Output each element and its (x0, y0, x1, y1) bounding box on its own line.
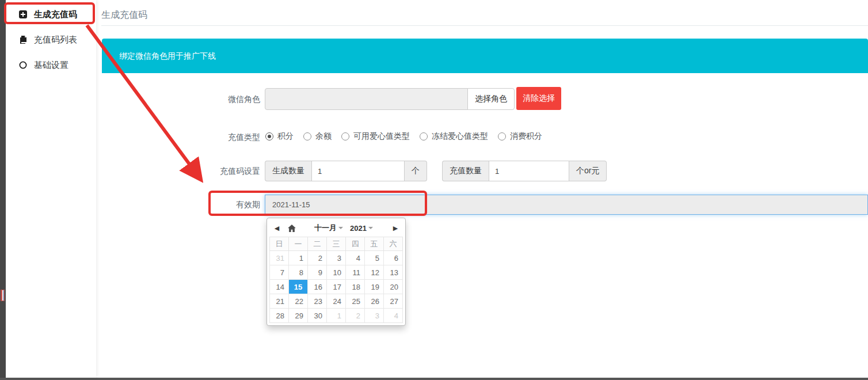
calendar-day[interactable]: 16 (308, 280, 327, 294)
sidebar: 生成充值码充值码列表基础设置 (6, 0, 96, 378)
calendar-day[interactable]: 22 (289, 294, 308, 309)
calendar-day[interactable]: 29 (289, 309, 308, 323)
calendar-day[interactable]: 30 (308, 309, 327, 323)
generate-quantity-group: 生成数量个 (265, 161, 427, 181)
radio-unselected-icon[interactable] (303, 132, 311, 140)
calendar-day[interactable]: 9 (308, 265, 327, 280)
calendar-day[interactable]: 24 (327, 294, 346, 309)
recharge-type-radio-group: 积分余额可用爱心值类型冻结爱心值类型消费积分 (265, 131, 542, 142)
radio-option-4[interactable]: 冻结爱心值类型 (420, 131, 488, 142)
calendar-day[interactable]: 21 (270, 294, 289, 309)
radio-selected-icon[interactable] (265, 132, 273, 140)
year-dropdown[interactable]: 2021 (350, 224, 373, 233)
home-icon[interactable] (284, 221, 299, 235)
chevron-down-icon (368, 227, 373, 229)
edge-handle[interactable] (1, 290, 5, 301)
wechat-role-input[interactable] (265, 88, 468, 110)
radio-option-5[interactable]: 消费积分 (498, 131, 542, 142)
calendar-day-selected[interactable]: 15 (289, 280, 308, 294)
calendar-day[interactable]: 28 (270, 309, 289, 323)
copy-icon (18, 35, 28, 44)
calendar-day[interactable]: 1 (289, 251, 308, 265)
calendar-day[interactable]: 7 (270, 265, 289, 280)
input-group-suffix: 个or元 (569, 161, 607, 181)
panel-header: 绑定微信角色用于推广下线 (102, 39, 868, 73)
radio-option-label: 余额 (315, 131, 332, 142)
calendar-day[interactable]: 26 (365, 294, 384, 309)
calendar-day[interactable]: 14 (270, 280, 289, 294)
generate-quantity-input[interactable] (311, 161, 405, 181)
day-of-week-header: 五 (365, 237, 384, 251)
calendar-day[interactable]: 19 (365, 280, 384, 294)
calendar-day[interactable]: 2 (308, 251, 327, 265)
header-divider (101, 25, 868, 26)
recharge-quantity-input[interactable] (489, 161, 569, 181)
year-label: 2021 (350, 224, 367, 233)
calendar-day[interactable]: 17 (327, 280, 346, 294)
calendar-day[interactable]: 10 (327, 265, 346, 280)
radio-option-label: 消费积分 (510, 131, 542, 142)
sidebar-item-2[interactable]: 充值码列表 (6, 29, 96, 51)
code-settings-label: 充值码设置 (190, 166, 260, 177)
recharge-quantity-group: 充值数量个or元 (442, 161, 607, 181)
datepicker-month-year: 十一月 2021 (299, 223, 388, 233)
app-window: 生成充值码充值码列表基础设置 生成充值码 绑定微信角色用于推广下线 微信角色 选… (0, 0, 868, 380)
page-title: 生成充值码 (101, 9, 147, 21)
calendar-day[interactable]: 6 (384, 251, 403, 265)
calendar-day[interactable]: 31 (270, 251, 289, 265)
calendar-day[interactable]: 4 (346, 251, 365, 265)
day-of-week-header: 六 (384, 237, 403, 251)
next-month-button[interactable]: ▶ (388, 221, 403, 235)
calendar-day[interactable]: 1 (327, 309, 346, 323)
calendar-day[interactable]: 23 (308, 294, 327, 309)
window-bottom-bar (0, 378, 868, 380)
day-of-week-header: 二 (308, 237, 327, 251)
calendar-day[interactable]: 20 (384, 280, 403, 294)
sidebar-item-1[interactable]: 生成充值码 (6, 3, 96, 25)
datepicker-header: ◀ 十一月 2021 ▶ (269, 221, 403, 235)
datepicker-popup: ◀ 十一月 2021 ▶ 日一二三四五六 3112345678910111213… (267, 218, 406, 326)
calendar-day[interactable]: 25 (346, 294, 365, 309)
select-role-button[interactable]: 选择角色 (467, 88, 515, 110)
day-of-week-header: 四 (346, 237, 365, 251)
calendar-day[interactable]: 5 (365, 251, 384, 265)
sidebar-item-label: 充值码列表 (34, 35, 77, 45)
calendar-day[interactable]: 8 (289, 265, 308, 280)
sidebar-item-label: 生成充值码 (34, 9, 77, 20)
radio-unselected-icon[interactable] (498, 132, 506, 140)
sidebar-item-3[interactable]: 基础设置 (6, 54, 96, 76)
radio-unselected-icon[interactable] (341, 132, 349, 140)
chevron-down-icon (338, 227, 343, 229)
calendar-day[interactable]: 12 (365, 265, 384, 280)
radio-option-label: 积分 (277, 131, 294, 142)
day-of-week-header: 一 (289, 237, 308, 251)
left-edge-strip (0, 0, 6, 378)
calendar-day[interactable]: 4 (384, 309, 403, 323)
wechat-role-label: 微信角色 (190, 94, 260, 105)
radio-option-label: 可用爱心值类型 (353, 131, 410, 142)
radio-option-3[interactable]: 可用爱心值类型 (341, 131, 410, 142)
calendar-day[interactable]: 27 (384, 294, 403, 309)
clear-role-button[interactable]: 清除选择 (516, 87, 561, 110)
day-of-week-header: 日 (270, 237, 289, 251)
validity-label: 有效期 (190, 200, 260, 210)
validity-date-input[interactable] (265, 195, 868, 215)
calendar-day[interactable]: 18 (346, 280, 365, 294)
radio-option-2[interactable]: 余额 (303, 131, 332, 142)
radio-option-1[interactable]: 积分 (265, 131, 294, 142)
panel-title: 绑定微信角色用于推广下线 (119, 51, 216, 60)
sidebar-item-label: 基础设置 (34, 60, 68, 71)
calendar-table: 日一二三四五六 31123456789101112131415161718192… (269, 237, 403, 323)
calendar-day[interactable]: 11 (346, 265, 365, 280)
calendar-day[interactable]: 13 (384, 265, 403, 280)
month-dropdown[interactable]: 十一月 (314, 223, 343, 233)
month-label: 十一月 (314, 223, 337, 233)
prev-month-button[interactable]: ◀ (269, 221, 284, 235)
calendar-day[interactable]: 3 (327, 251, 346, 265)
calendar-day[interactable]: 2 (346, 309, 365, 323)
circle-icon (18, 60, 28, 70)
input-group-prefix: 生成数量 (265, 161, 311, 181)
radio-unselected-icon[interactable] (420, 132, 428, 140)
plus-square-icon (18, 10, 28, 19)
calendar-day[interactable]: 3 (365, 309, 384, 323)
